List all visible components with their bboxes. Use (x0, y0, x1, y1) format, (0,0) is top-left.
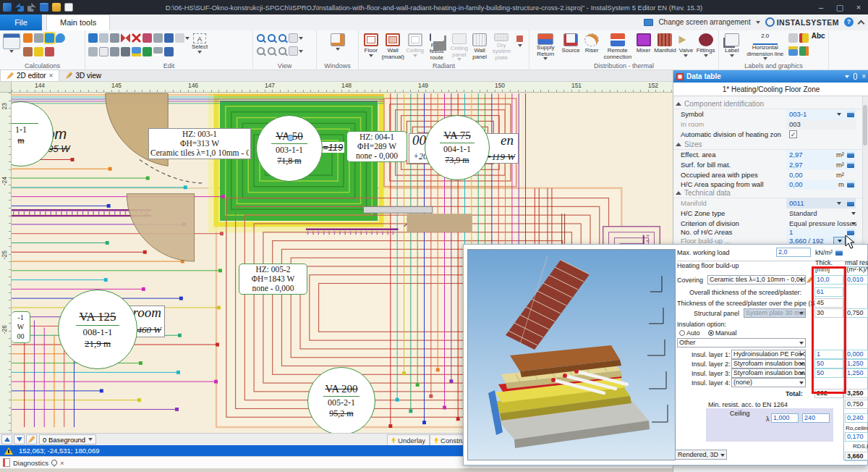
layer1-resistance[interactable]: 0,000 (845, 350, 868, 359)
chevron-down-icon[interactable] (336, 48, 340, 51)
diagnostics-tab[interactable]: Diagnostics × (0, 456, 463, 468)
redo-icon[interactable] (27, 3, 36, 12)
array-icon[interactable] (132, 47, 141, 56)
va-area-label-50[interactable]: VA 50 003-1-1 71,8 m (256, 115, 323, 182)
auto-division-checkbox[interactable]: ✓ (789, 130, 797, 138)
link-icon[interactable] (835, 250, 843, 256)
layout-icon[interactable] (289, 46, 298, 56)
pin-icon[interactable] (50, 458, 58, 466)
edit-layer-button[interactable] (26, 434, 37, 444)
chevron-down-icon[interactable] (518, 44, 522, 47)
floor-button[interactable]: Floor (361, 33, 380, 62)
remote-connection-button[interactable]: Remote connection (602, 33, 634, 62)
app-logo-icon[interactable] (3, 3, 12, 12)
link-icon[interactable] (847, 182, 854, 187)
fittings-button[interactable]: Fittings (695, 33, 716, 62)
insul-layer1-select[interactable]: Hydroinsulation PE Foil 0.2 n (731, 350, 806, 359)
pin-node-icon[interactable] (121, 47, 130, 56)
va-area-label-75[interactable]: VA 75 004-1-1 73,9 m (425, 115, 490, 180)
section-technical-data[interactable]: Technical data (673, 188, 863, 198)
chevron-down-icon[interactable] (851, 212, 856, 215)
insulation-type-select[interactable]: Other (677, 338, 806, 347)
maximize-button[interactable]: ▢ (830, 0, 849, 14)
chevron-down-icon[interactable] (851, 222, 856, 225)
mirror-icon[interactable] (142, 47, 152, 56)
distribute-icon[interactable] (153, 47, 163, 56)
paste-icon[interactable] (110, 33, 119, 43)
va-area-label-125[interactable]: VA 125 008-1-1 21,9 m (58, 290, 137, 369)
layer3-resistance[interactable]: 1,250 (845, 368, 868, 378)
calculate-icon[interactable] (3, 33, 20, 49)
layer2-thickness[interactable]: 50 (814, 359, 843, 368)
zoom-out-icon[interactable] (268, 34, 276, 42)
mixer-button[interactable]: Mixer (634, 33, 653, 62)
r-ceiling-value[interactable]: 0,170 (845, 432, 868, 442)
zoom-all-icon[interactable] (278, 47, 286, 55)
wall-manual-button[interactable]: Wall (manual) (380, 33, 405, 62)
insulation-manual-radio[interactable]: Manual (708, 329, 737, 337)
crop-icon[interactable] (99, 47, 109, 56)
tab-file[interactable]: File (0, 14, 42, 30)
undo-icon[interactable] (15, 3, 24, 12)
chevron-down-icon[interactable] (837, 113, 841, 116)
select-button[interactable]: A Select (191, 33, 208, 62)
abc-text-button[interactable]: Abc (810, 33, 826, 62)
rooms-icon[interactable] (34, 33, 43, 43)
radiant-book-button[interactable] (514, 33, 527, 62)
warning-icon[interactable] (4, 447, 13, 455)
chevron-down-icon[interactable] (299, 37, 303, 40)
radiator-grid-icon[interactable] (45, 47, 54, 56)
covering-select[interactable]: Ceramic tiles λ=1,0 10mm - 0,010 (707, 275, 806, 285)
valve-button[interactable]: Valve (677, 33, 695, 62)
link-icon[interactable] (847, 162, 854, 168)
chevron-down-icon[interactable] (730, 54, 734, 57)
ceiling-thickness-input[interactable]: 240 (802, 413, 830, 423)
overall-thickness[interactable]: 61 (814, 287, 843, 297)
redo-icon[interactable] (88, 47, 98, 56)
align-vertical-icon[interactable] (110, 47, 119, 56)
delete-icon[interactable] (132, 33, 141, 43)
insul-layer3-select[interactable]: Styrofoam insulation board ( (731, 368, 806, 378)
manifold-button[interactable]: Manifold (653, 33, 677, 62)
insul-layer4-select[interactable]: (none) (731, 378, 806, 387)
link-icon[interactable] (847, 201, 854, 206)
save-icon[interactable] (40, 3, 48, 12)
chevron-down-icon[interactable] (763, 57, 767, 60)
collapse-ribbon-icon[interactable] (858, 20, 865, 27)
insert-icon[interactable] (164, 33, 174, 43)
tab-main-tools[interactable]: Main tools (46, 14, 110, 30)
move-layer-down-button[interactable] (14, 434, 25, 444)
pipe-feeds-route-button[interactable]: Pipe feeds route (425, 33, 448, 62)
table-icon[interactable] (788, 46, 798, 56)
results-icon[interactable] (23, 33, 33, 43)
elevate-icon[interactable] (153, 33, 163, 43)
covering-resistance[interactable]: 0,010 (845, 275, 868, 285)
layer-tab-underlay[interactable]: Underlay (387, 434, 430, 446)
anchor-icon[interactable] (287, 135, 294, 141)
source-button[interactable]: Source (560, 33, 582, 62)
layer1-thickness[interactable]: 1 (814, 350, 843, 359)
zoom-area-icon[interactable] (278, 34, 286, 42)
chevron-down-icon[interactable] (185, 37, 190, 40)
image-icon[interactable] (799, 46, 809, 56)
pencil-icon[interactable] (807, 277, 813, 283)
new-file-icon[interactable] (64, 3, 73, 12)
symbol-value[interactable]: 003-1 (789, 110, 807, 118)
render-mode-select[interactable]: Rendered, 3D (675, 450, 727, 460)
swap-icon[interactable] (164, 47, 174, 56)
chevron-down-icon[interactable] (197, 51, 202, 54)
close-icon[interactable]: × (861, 72, 866, 80)
view-box-icon[interactable] (289, 33, 298, 43)
supply-return-button[interactable]: Supply Return (532, 33, 560, 62)
undo-icon[interactable] (88, 33, 98, 43)
cut-icon[interactable] (121, 33, 130, 43)
riser-button[interactable]: Riser (582, 33, 602, 62)
data-table-header[interactable]: Data table × (673, 70, 868, 83)
chevron-down-icon[interactable] (9, 50, 14, 53)
buildup-3d-render[interactable] (467, 249, 676, 460)
zoom-in-icon[interactable] (257, 34, 265, 42)
chevron-down-icon[interactable] (299, 50, 303, 53)
windows-button[interactable] (319, 33, 356, 62)
chevron-down-icon[interactable] (704, 54, 708, 57)
previous-view-icon[interactable] (257, 47, 265, 55)
